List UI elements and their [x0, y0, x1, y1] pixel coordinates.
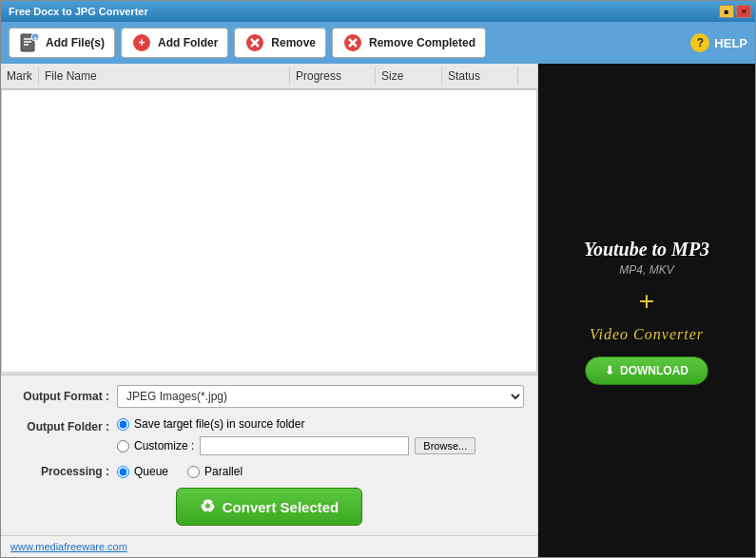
output-folder-label: Output Folder :: [14, 420, 109, 433]
save-source-label[interactable]: Save target file(s) in source folder: [117, 417, 304, 431]
add-file-icon: +: [19, 32, 40, 53]
window-title: Free Docx to JPG Converter: [9, 6, 148, 17]
parallel-radio[interactable]: [187, 466, 200, 478]
table-header: Mark File Name Progress Size Status: [1, 64, 537, 89]
convert-icon: ♻: [200, 496, 215, 517]
ad-plus: +: [639, 286, 654, 317]
main-window: Free Docx to JPG Converter ■ ✕ + Add Fil…: [0, 0, 756, 558]
col-filename: File Name: [39, 67, 290, 85]
ad-title-line1: Youtube to MP3: [584, 237, 709, 261]
col-extra: [518, 67, 537, 85]
output-format-label: Output Format :: [14, 390, 109, 403]
customize-label[interactable]: Customize :: [117, 439, 194, 452]
col-progress: Progress: [290, 67, 376, 85]
add-files-label: Add File(s): [46, 36, 105, 49]
add-folder-button[interactable]: + Add Folder: [121, 28, 228, 58]
download-label: DOWNLOAD: [620, 364, 688, 377]
customize-input[interactable]: [200, 436, 409, 455]
col-size: Size: [376, 67, 442, 85]
output-folder-row: Output Folder : Save target file(s) in s…: [14, 417, 524, 455]
minimize-button[interactable]: ■: [719, 5, 734, 18]
footer-link[interactable]: www.mediafreeware.com: [10, 541, 127, 552]
browse-button[interactable]: Browse...: [415, 437, 475, 454]
help-button[interactable]: ? HELP: [690, 33, 747, 52]
processing-options: Queue Parallel: [117, 465, 242, 478]
download-icon: ⬇: [605, 364, 614, 377]
settings-area: Output Format : JPEG Images(*.jpg) Outpu…: [1, 375, 537, 535]
svg-text:+: +: [138, 36, 145, 49]
parallel-text: Parallel: [204, 465, 242, 478]
add-folder-icon: +: [131, 32, 152, 53]
ad-download-button[interactable]: ⬇ DOWNLOAD: [585, 356, 708, 385]
convert-btn-area: ♻ Convert Selected: [14, 488, 524, 526]
save-source-row: Save target file(s) in source folder: [117, 417, 475, 431]
remove-completed-button[interactable]: Remove Completed: [332, 28, 486, 58]
left-panel: Mark File Name Progress Size Status Outp…: [1, 64, 538, 557]
bottom-bar: www.mediafreeware.com: [1, 535, 537, 557]
convert-selected-button[interactable]: ♻ Convert Selected: [176, 488, 363, 526]
ad-bottom-title: Video Converter: [590, 326, 704, 343]
remove-completed-icon: [342, 32, 363, 53]
processing-label: Processing :: [14, 465, 109, 478]
processing-row: Processing : Queue Parallel: [14, 465, 524, 478]
queue-radio[interactable]: [117, 466, 129, 478]
help-icon: ?: [690, 33, 709, 52]
help-label: HELP: [714, 36, 747, 50]
remove-button[interactable]: Remove: [234, 28, 326, 58]
parallel-label[interactable]: Parallel: [187, 465, 242, 478]
svg-text:+: +: [33, 34, 38, 43]
remove-icon: [244, 32, 265, 53]
table-body: [1, 89, 537, 373]
add-folder-label: Add Folder: [158, 36, 218, 49]
remove-label: Remove: [271, 36, 316, 49]
file-table: Mark File Name Progress Size Status: [1, 64, 537, 375]
ad-panel: Youtube to MP3 MP4, MKV + Video Converte…: [538, 64, 755, 557]
main-content: Mark File Name Progress Size Status Outp…: [1, 64, 755, 557]
title-bar: Free Docx to JPG Converter ■ ✕: [1, 1, 755, 22]
queue-text: Queue: [134, 465, 168, 478]
queue-label[interactable]: Queue: [117, 465, 168, 478]
customize-radio[interactable]: [117, 440, 129, 452]
remove-completed-label: Remove Completed: [369, 36, 475, 49]
window-controls: ■ ✕: [719, 5, 751, 18]
col-mark: Mark: [1, 67, 39, 85]
output-folder-options: Save target file(s) in source folder Cus…: [117, 417, 475, 455]
save-source-text: Save target file(s) in source folder: [134, 417, 304, 431]
convert-label: Convert Selected: [223, 499, 339, 515]
close-button[interactable]: ✕: [736, 5, 751, 18]
toolbar: + Add File(s) + Add Folder R: [1, 22, 755, 64]
add-files-button[interactable]: + Add File(s): [9, 28, 115, 58]
customize-text: Customize :: [134, 439, 194, 452]
customize-row: Customize : Browse...: [117, 436, 475, 455]
output-format-row: Output Format : JPEG Images(*.jpg): [14, 385, 524, 408]
col-status: Status: [442, 67, 518, 85]
save-source-radio[interactable]: [117, 418, 129, 431]
ad-title-line2: MP4, MKV: [619, 263, 673, 277]
output-format-select[interactable]: JPEG Images(*.jpg): [117, 385, 524, 408]
